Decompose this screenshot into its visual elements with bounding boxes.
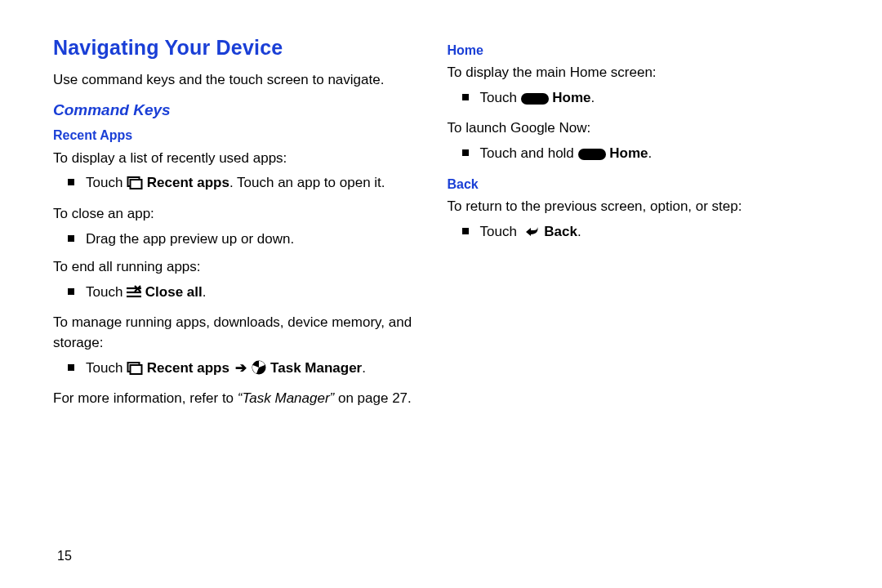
bullet-close-all: Touch Close all. [68,283,431,305]
recent-p3: To end all running apps: [53,257,431,278]
recent-p4: To manage running apps, downloads, devic… [53,313,431,353]
bullet-text: Touch Close all. [86,283,431,305]
more-info: For more information, refer to “Task Man… [53,389,431,409]
home-button-icon [521,91,549,111]
bullet-marker [462,94,469,100]
bullet-text: Touch Home. [480,88,826,111]
bullet-text: Touch and hold Home. [480,144,826,167]
label-back: Back [544,224,577,239]
section-command-keys: Command Keys [53,99,431,122]
recent-apps-icon [127,176,143,196]
heading-home: Home [448,41,826,60]
home-button-icon [578,146,606,167]
more-ref: “Task Manager” [238,390,334,406]
bullet-marker [68,364,74,371]
recent-p2: To close an app: [53,204,431,225]
bullet-text: Touch Recent apps. Touch an app to open … [86,173,431,196]
label-recent-apps: Recent apps [147,360,229,376]
text-touch-hold: Touch and hold [480,145,578,161]
svg-rect-1 [131,180,142,189]
text-dot: . [648,145,653,161]
text-dot: . [577,224,581,239]
text-dot: . [203,284,207,300]
label-home: Home [552,90,590,105]
close-all-icon [127,285,141,305]
bullet-marker [68,179,74,185]
label-task-manager: Task Manager [270,360,362,376]
bullet-marker [462,149,469,156]
manual-page: Navigating Your Device Use command keys … [0,0,882,588]
svg-rect-10 [521,93,549,105]
text-rest: . Touch an app to open it. [229,175,385,190]
bullet-text: Drag the app preview up or down. [86,229,431,250]
bullet-touch-back: Touch Back. [462,222,826,245]
label-close-all: Close all [145,284,203,300]
text-dot: . [591,90,595,105]
more-text1: For more information, refer to [53,390,238,406]
left-column: Navigating Your Device Use command keys … [53,33,448,564]
text-touch: Touch [480,224,521,239]
heading-recent-apps: Recent Apps [53,126,431,145]
text-touch: Touch [86,284,127,300]
home-p2: To launch Google Now: [448,118,826,139]
label-home: Home [609,145,648,161]
bullet-recent-open: Touch Recent apps. Touch an app to open … [68,173,431,196]
bullet-marker [462,228,469,234]
home-p1: To display the main Home screen: [448,63,826,83]
right-column: Home To display the main Home screen: To… [448,33,842,564]
intro-text: Use command keys and the touch screen to… [53,70,431,91]
recent-p1: To display a list of recently used apps: [53,149,431,169]
svg-rect-11 [578,149,606,160]
bullet-marker [68,288,74,295]
text-dot: . [362,360,366,376]
bullet-marker [68,235,74,242]
bullet-hold-home: Touch and hold Home. [462,144,826,167]
label-recent-apps: Recent apps [147,175,229,190]
page-title: Navigating Your Device [53,33,431,62]
text-touch: Touch [86,175,127,190]
bullet-close-app: Drag the app preview up or down. [68,229,431,250]
bullet-text: Touch Back. [480,222,826,245]
back-p1: To return to the previous screen, option… [448,197,826,217]
more-text2: on page 27. [334,390,412,406]
bullet-touch-home: Touch Home. [462,88,826,111]
text-touch: Touch [480,90,521,105]
page-number: 15 [57,546,72,565]
arrow-icon: ➔ [231,360,250,376]
recent-apps-icon [127,361,143,381]
task-manager-icon [252,360,266,381]
heading-back: Back [448,175,826,194]
back-icon [521,225,541,245]
bullet-text: Touch Recent apps ➔ Task Manager. [86,359,431,381]
svg-rect-8 [131,365,142,374]
bullet-task-manager: Touch Recent apps ➔ Task Manager. [68,359,431,381]
text-touch: Touch [86,360,127,376]
